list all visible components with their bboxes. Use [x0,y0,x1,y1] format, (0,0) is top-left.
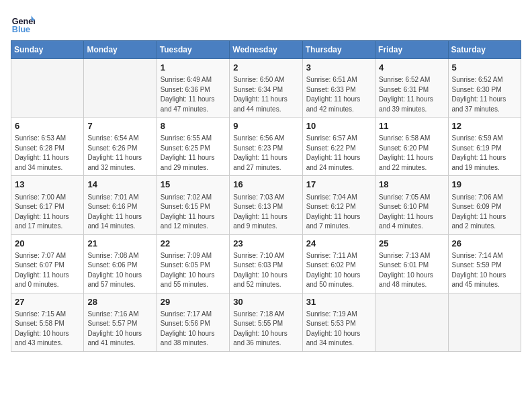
day-number: 13 [15,179,80,191]
day-cell: 10Sunrise: 6:57 AM Sunset: 6:22 PM Dayli… [302,118,375,176]
day-cell: 13Sunrise: 7:00 AM Sunset: 6:17 PM Dayli… [11,176,84,234]
day-number: 7 [87,120,152,132]
day-number: 6 [15,120,80,132]
day-number: 11 [379,120,444,132]
day-cell: 2Sunrise: 6:50 AM Sunset: 6:34 PM Daylig… [230,59,302,118]
column-header-saturday: Saturday [448,41,521,59]
day-cell: 22Sunrise: 7:09 AM Sunset: 6:05 PM Dayli… [157,234,229,293]
day-cell: 21Sunrise: 7:08 AM Sunset: 6:06 PM Dayli… [84,234,157,293]
day-number: 8 [161,120,226,132]
day-info: Sunrise: 7:09 AM Sunset: 6:05 PM Dayligh… [161,251,226,290]
day-cell [375,293,448,351]
day-number: 30 [233,296,298,308]
day-info: Sunrise: 6:58 AM Sunset: 6:20 PM Dayligh… [379,134,444,173]
column-header-tuesday: Tuesday [157,41,229,59]
day-info: Sunrise: 7:07 AM Sunset: 6:07 PM Dayligh… [15,251,80,290]
day-info: Sunrise: 7:02 AM Sunset: 6:15 PM Dayligh… [161,193,226,232]
day-cell: 14Sunrise: 7:01 AM Sunset: 6:16 PM Dayli… [84,176,157,234]
day-cell: 23Sunrise: 7:10 AM Sunset: 6:03 PM Dayli… [230,234,302,293]
day-number: 22 [161,238,226,250]
day-number: 16 [233,179,298,191]
day-cell: 19Sunrise: 7:06 AM Sunset: 6:09 PM Dayli… [448,176,521,234]
day-number: 10 [306,120,371,132]
day-cell: 15Sunrise: 7:02 AM Sunset: 6:15 PM Dayli… [157,176,229,234]
day-info: Sunrise: 6:52 AM Sunset: 6:30 PM Dayligh… [452,75,517,114]
column-header-wednesday: Wednesday [230,41,302,59]
day-number: 2 [233,62,298,74]
logo-icon: General Blue [11,11,35,35]
day-number: 17 [306,179,371,191]
day-number: 1 [161,62,226,74]
day-info: Sunrise: 7:16 AM Sunset: 5:57 PM Dayligh… [87,310,152,349]
week-row-4: 20Sunrise: 7:07 AM Sunset: 6:07 PM Dayli… [11,234,521,293]
day-cell: 7Sunrise: 6:54 AM Sunset: 6:26 PM Daylig… [84,118,157,176]
day-cell: 4Sunrise: 6:52 AM Sunset: 6:31 PM Daylig… [375,59,448,118]
day-info: Sunrise: 7:13 AM Sunset: 6:01 PM Dayligh… [379,251,444,290]
day-info: Sunrise: 7:17 AM Sunset: 5:56 PM Dayligh… [161,310,226,349]
day-info: Sunrise: 6:52 AM Sunset: 6:31 PM Dayligh… [379,75,444,114]
day-number: 25 [379,238,444,250]
day-info: Sunrise: 7:08 AM Sunset: 6:06 PM Dayligh… [87,251,152,290]
day-cell: 30Sunrise: 7:18 AM Sunset: 5:55 PM Dayli… [230,293,302,351]
day-info: Sunrise: 6:57 AM Sunset: 6:22 PM Dayligh… [306,134,371,173]
day-number: 21 [87,238,152,250]
day-cell [11,59,84,118]
day-number: 3 [306,62,371,74]
day-cell: 17Sunrise: 7:04 AM Sunset: 6:12 PM Dayli… [302,176,375,234]
day-cell: 25Sunrise: 7:13 AM Sunset: 6:01 PM Dayli… [375,234,448,293]
day-number: 29 [161,296,226,308]
column-header-sunday: Sunday [11,41,84,59]
day-cell: 31Sunrise: 7:19 AM Sunset: 5:53 PM Dayli… [302,293,375,351]
day-info: Sunrise: 6:54 AM Sunset: 6:26 PM Dayligh… [87,134,152,173]
day-info: Sunrise: 7:04 AM Sunset: 6:12 PM Dayligh… [306,193,371,232]
calendar-header-row: SundayMondayTuesdayWednesdayThursdayFrid… [11,41,521,59]
day-info: Sunrise: 6:59 AM Sunset: 6:19 PM Dayligh… [452,134,517,173]
day-cell: 28Sunrise: 7:16 AM Sunset: 5:57 PM Dayli… [84,293,157,351]
day-info: Sunrise: 6:55 AM Sunset: 6:25 PM Dayligh… [161,134,226,173]
day-number: 24 [306,238,371,250]
day-number: 5 [452,62,517,74]
column-header-friday: Friday [375,41,448,59]
day-cell [448,293,521,351]
day-info: Sunrise: 6:51 AM Sunset: 6:33 PM Dayligh… [306,75,371,114]
day-number: 14 [87,179,152,191]
day-cell: 1Sunrise: 6:49 AM Sunset: 6:36 PM Daylig… [157,59,229,118]
day-info: Sunrise: 7:10 AM Sunset: 6:03 PM Dayligh… [233,251,298,290]
day-cell: 24Sunrise: 7:11 AM Sunset: 6:02 PM Dayli… [302,234,375,293]
page-header: General Blue [11,11,521,35]
day-number: 27 [15,296,80,308]
column-header-thursday: Thursday [302,41,375,59]
day-cell: 11Sunrise: 6:58 AM Sunset: 6:20 PM Dayli… [375,118,448,176]
day-number: 28 [87,296,152,308]
svg-text:Blue: Blue [12,25,30,34]
day-info: Sunrise: 7:15 AM Sunset: 5:58 PM Dayligh… [15,310,80,349]
day-number: 9 [233,120,298,132]
day-cell: 3Sunrise: 6:51 AM Sunset: 6:33 PM Daylig… [302,59,375,118]
day-cell: 9Sunrise: 6:56 AM Sunset: 6:23 PM Daylig… [230,118,302,176]
day-info: Sunrise: 7:14 AM Sunset: 5:59 PM Dayligh… [452,251,517,290]
week-row-2: 6Sunrise: 6:53 AM Sunset: 6:28 PM Daylig… [11,118,521,176]
day-number: 4 [379,62,444,74]
day-cell: 18Sunrise: 7:05 AM Sunset: 6:10 PM Dayli… [375,176,448,234]
calendar-table: SundayMondayTuesdayWednesdayThursdayFrid… [11,40,521,352]
day-info: Sunrise: 7:11 AM Sunset: 6:02 PM Dayligh… [306,251,371,290]
day-info: Sunrise: 6:56 AM Sunset: 6:23 PM Dayligh… [233,134,298,173]
day-cell: 12Sunrise: 6:59 AM Sunset: 6:19 PM Dayli… [448,118,521,176]
day-info: Sunrise: 7:01 AM Sunset: 6:16 PM Dayligh… [87,193,152,232]
day-number: 18 [379,179,444,191]
day-number: 15 [161,179,226,191]
day-cell: 20Sunrise: 7:07 AM Sunset: 6:07 PM Dayli… [11,234,84,293]
day-cell: 27Sunrise: 7:15 AM Sunset: 5:58 PM Dayli… [11,293,84,351]
day-info: Sunrise: 6:53 AM Sunset: 6:28 PM Dayligh… [15,134,80,173]
day-info: Sunrise: 7:18 AM Sunset: 5:55 PM Dayligh… [233,310,298,349]
day-cell: 8Sunrise: 6:55 AM Sunset: 6:25 PM Daylig… [157,118,229,176]
calendar-body: 1Sunrise: 6:49 AM Sunset: 6:36 PM Daylig… [11,59,521,352]
week-row-1: 1Sunrise: 6:49 AM Sunset: 6:36 PM Daylig… [11,59,521,118]
day-info: Sunrise: 7:03 AM Sunset: 6:13 PM Dayligh… [233,193,298,232]
day-number: 31 [306,296,371,308]
day-number: 12 [452,120,517,132]
day-info: Sunrise: 6:49 AM Sunset: 6:36 PM Dayligh… [161,75,226,114]
day-cell: 5Sunrise: 6:52 AM Sunset: 6:30 PM Daylig… [448,59,521,118]
day-info: Sunrise: 7:19 AM Sunset: 5:53 PM Dayligh… [306,310,371,349]
day-number: 26 [452,238,517,250]
